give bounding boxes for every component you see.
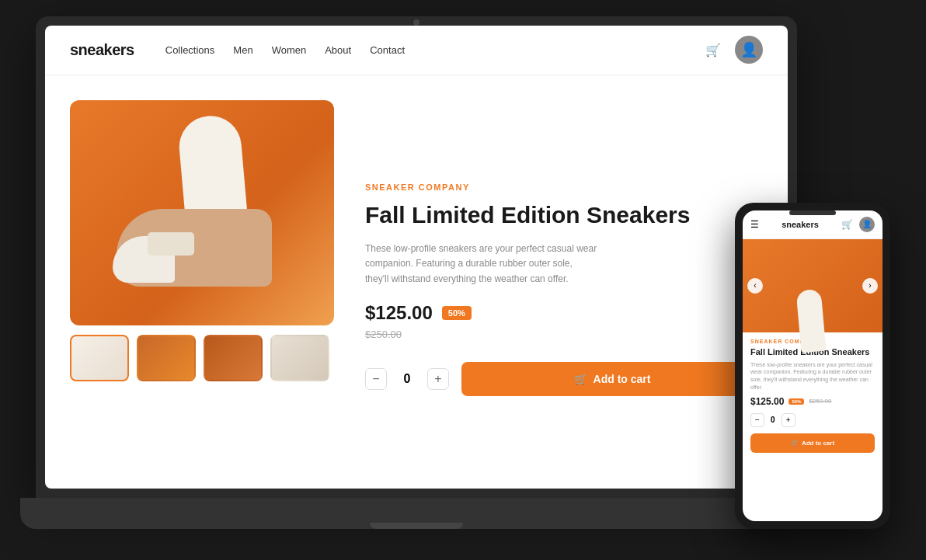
thumbnail-2[interactable]	[137, 335, 196, 381]
price-original: $250.00	[365, 329, 763, 340]
mobile-product-description: These low-profile sneakers are your perf…	[750, 361, 875, 391]
mobile-next-arrow[interactable]: ›	[862, 278, 878, 294]
mobile-qty-value: 0	[771, 416, 775, 424]
mobile-cart-icon[interactable]: 🛒	[841, 219, 853, 230]
mobile-qty-row: − 0 +	[750, 413, 875, 427]
mobile-price-original: $250.00	[809, 398, 831, 405]
nav-actions: 🛒 👤	[704, 36, 763, 64]
product-description: These low-profile sneakers are your perf…	[365, 242, 598, 287]
laptop-screen: sneakers Collections Men Women About Con…	[45, 26, 788, 489]
nav-link-about[interactable]: About	[325, 44, 351, 56]
brand-label: SNEAKER COMPANY	[365, 183, 763, 192]
main-product-image	[70, 100, 334, 325]
mobile-cart-btn-icon: 🛒	[791, 440, 799, 447]
phone-notch	[789, 210, 836, 215]
mobile-nav-right: 🛒 👤	[841, 217, 875, 232]
mobile-add-to-cart-button[interactable]: 🛒 Add to cart	[750, 433, 875, 453]
mobile-cart-btn-label: Add to cart	[802, 440, 834, 447]
add-to-cart-button[interactable]: 🛒 Add to cart	[461, 362, 763, 396]
mobile-product-image: ‹ ›	[743, 239, 882, 332]
mobile-price-row: $125.00 50% $250.00	[750, 396, 875, 407]
mobile-prev-arrow[interactable]: ‹	[747, 278, 763, 294]
price-current: $125.00	[365, 302, 433, 324]
quantity-row: − 0 + 🛒 Add to cart	[365, 362, 763, 396]
product-section: SNEAKER COMPANY Fall Limited Edition Sne…	[45, 75, 788, 489]
thumbnail-row	[70, 335, 334, 381]
product-title: Fall Limited Edition Sneakers	[365, 201, 763, 229]
mobile-logo: sneakers	[782, 220, 819, 229]
laptop-camera	[413, 19, 419, 26]
cart-button-label: Add to cart	[594, 373, 651, 385]
shoe-laces	[148, 232, 194, 256]
laptop-body: sneakers Collections Men Women About Con…	[36, 16, 797, 498]
mobile-content: SNEAKER COMPANY Fall Limited Edition Sne…	[743, 332, 882, 521]
nav: sneakers Collections Men Women About Con…	[45, 26, 788, 75]
mobile-discount-badge: 50%	[788, 398, 804, 405]
discount-badge: 50%	[442, 306, 472, 320]
qty-value: 0	[399, 372, 415, 386]
mobile-qty-increase[interactable]: +	[782, 413, 795, 427]
mobile-avatar[interactable]: 👤	[859, 217, 875, 232]
cart-button-icon: 🛒	[574, 373, 587, 385]
laptop-base	[20, 498, 813, 529]
website: sneakers Collections Men Women About Con…	[45, 26, 788, 489]
nav-links: Collections Men Women About Contact	[165, 44, 704, 56]
mobile-menu-icon[interactable]: ☰	[750, 219, 759, 230]
nav-link-women[interactable]: Women	[272, 44, 307, 56]
thumbnail-3[interactable]	[204, 335, 263, 381]
qty-decrease-button[interactable]: −	[365, 368, 387, 390]
mobile-qty-decrease[interactable]: −	[750, 413, 764, 427]
nav-link-men[interactable]: Men	[233, 44, 252, 56]
product-info: SNEAKER COMPANY Fall Limited Edition Sne…	[365, 100, 763, 464]
thumbnail-4[interactable]	[270, 335, 329, 381]
nav-link-contact[interactable]: Contact	[370, 44, 405, 56]
qty-increase-button[interactable]: +	[427, 368, 449, 390]
price-row: $125.00 50%	[365, 302, 763, 324]
cart-icon[interactable]: 🛒	[704, 40, 722, 59]
nav-logo: sneakers	[70, 41, 134, 59]
phone: ☰ sneakers 🛒 👤 ‹ › SNEAKER COMPANY Fall …	[735, 203, 890, 529]
thumbnail-1[interactable]	[70, 335, 129, 381]
mobile-price-current: $125.00	[750, 396, 784, 407]
shoe-visual	[70, 100, 334, 325]
laptop: sneakers Collections Men Women About Con…	[36, 16, 797, 529]
nav-link-collections[interactable]: Collections	[165, 44, 215, 56]
image-gallery	[70, 100, 334, 464]
scene: sneakers Collections Men Women About Con…	[36, 16, 890, 544]
avatar[interactable]: 👤	[735, 36, 763, 64]
phone-screen: ☰ sneakers 🛒 👤 ‹ › SNEAKER COMPANY Fall …	[743, 210, 882, 521]
